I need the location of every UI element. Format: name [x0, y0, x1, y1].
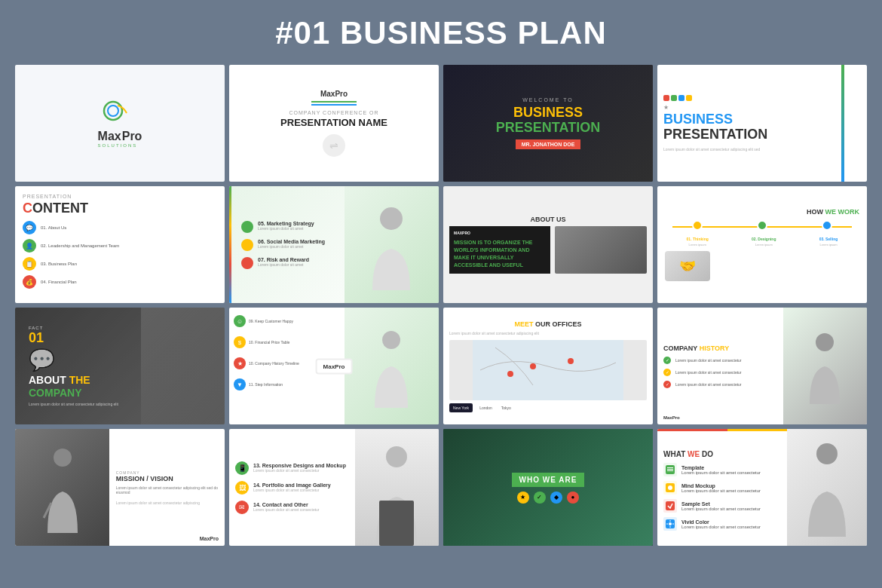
- slide14-title-2: 14. Portfolio and Image Gallery: [253, 482, 331, 488]
- svg-point-3: [382, 331, 400, 349]
- slide13-logo: MaxPro: [200, 536, 219, 541]
- slide5-items: 💬 01. About Us 👤 02. Leadership and Mana…: [23, 221, 217, 289]
- slide13-logo-text: MaxPro: [200, 536, 219, 541]
- slide11-offices: OUR OFFICES: [535, 320, 582, 328]
- slide9-chat-icon: 💬: [29, 348, 211, 372]
- slide10-item-3: ★ 10. Company History Timeline: [234, 357, 299, 369]
- slide5-item-4: 💰 04. Financial Plan: [23, 275, 217, 289]
- svg-point-1: [108, 106, 118, 116]
- slide16-do: DO: [702, 450, 713, 458]
- svg-point-5: [530, 363, 536, 369]
- slide8-step1-label: 01. Thinking: [687, 237, 709, 241]
- slide4-dot-yellow: [686, 95, 692, 101]
- slide11-location-list: New York London Tokyo: [449, 403, 647, 412]
- slide-5: PRESENTATION CONTENT 💬 01. About Us 👤 02…: [15, 186, 225, 303]
- slide16-we: WE: [688, 450, 702, 458]
- slide6-person-svg: [369, 200, 414, 290]
- slide5-text-1: 01. About Us: [41, 225, 66, 230]
- slide-12: COMPANY HISTORY ✓ Lorem ipsum dolor sit …: [657, 308, 867, 424]
- slide7-photo: [555, 226, 647, 273]
- slide7-logo-in: MaxPro: [454, 231, 546, 236]
- slide7-content: MaxPro MISSION IS TO ORGANIZE THE WORLD'…: [449, 226, 647, 273]
- slide8-dot-3: [822, 220, 832, 231]
- slide4-biz-text: BUSINESS PRESENTATION: [663, 112, 846, 142]
- slide14-sub-2: Lorem ipsum dolor sit amet consectetur: [253, 488, 331, 492]
- slide6-icon-1: [241, 221, 253, 233]
- svg-point-7: [507, 371, 513, 377]
- slide14-text-group-1: 13. Responsive Designs and Mockup Lorem …: [253, 463, 346, 473]
- slide4-dots: [663, 95, 846, 101]
- slide16-title-4: Vivid Color: [681, 519, 761, 525]
- slide8-step-3: 03. Selling Lorem ipsum: [819, 237, 838, 247]
- slide4-accent-bar: [841, 65, 844, 182]
- slide16-bar-red: [657, 429, 727, 431]
- slide4-dot-blue: [678, 95, 684, 101]
- slide16-icon-2: [663, 481, 677, 495]
- slide6-title-3: 07. Risk and Reward: [258, 257, 309, 262]
- slide16-title-2: Mind Mockup: [681, 483, 761, 488]
- slide15-icon-1: ★: [517, 492, 529, 504]
- slide3-title: BUSINESS PRESENTATION: [496, 106, 600, 136]
- slide-14: 📱 13. Responsive Designs and Mockup Lore…: [229, 429, 439, 546]
- slide13-desc: Lorem ipsum dolor sit amet consectetur a…: [116, 485, 219, 495]
- slide16-text-group-1: Template Lorem ipsum dolor sit amet cons…: [681, 465, 761, 475]
- slide14-icon-2: 🖼: [235, 481, 249, 495]
- slide10-item-1: ☺ 09. Keep Customer Happy: [234, 315, 299, 327]
- slide10-person-svg: [369, 325, 414, 408]
- slide14-sub-1: Lorem ipsum dolor sit amet consectetur: [253, 468, 346, 473]
- slide10-text-1: 09. Keep Customer Happy: [249, 319, 293, 323]
- slide8-step3-label: 03. Selling: [819, 237, 838, 241]
- slide10-logo: MaxPro: [316, 358, 353, 374]
- slide10-item-4: ▼ 11. Step Information: [234, 378, 299, 390]
- slide-9: FACT 01 💬 ABOUT THE COMPANY Lorem ipsum …: [15, 308, 225, 424]
- svg-rect-18: [666, 501, 675, 510]
- slide16-photo: [787, 429, 867, 546]
- slide15-icons-row: ★ ✓ ◆ ●: [512, 492, 585, 504]
- slide12-title: COMPANY HISTORY: [663, 345, 729, 352]
- slide10-item-2: $ 10. Financial Price Table: [234, 336, 299, 348]
- slide12-check-1: ✓: [663, 357, 671, 364]
- slide11-location-2: London: [477, 403, 495, 412]
- slide5-item-3: 📋 03. Business Plan: [23, 257, 217, 271]
- svg-rect-15: [667, 470, 673, 471]
- slide8-steps: 01. Thinking Lorem ipsum 02. Designing L…: [665, 237, 859, 247]
- slide5-prefix: PRESENTATION: [23, 194, 72, 199]
- svg-rect-4: [473, 340, 623, 400]
- maxpro-logo-icon: [98, 100, 136, 130]
- slide11-location-3: Tokyo: [499, 403, 513, 412]
- svg-rect-14: [667, 469, 673, 470]
- slide-16: WHAT WE DO Template: [657, 429, 867, 546]
- slide5-item-2: 👤 02. Leadership and Management Team: [23, 239, 217, 253]
- slide4-dot-red: [663, 95, 669, 101]
- slide8-step-1: 01. Thinking Lorem ipsum: [687, 237, 709, 247]
- slide12-photo: [783, 308, 867, 424]
- slide8-step2-label: 02. Designing: [752, 237, 776, 241]
- slide4-desc: Lorem ipsum dolor sit amet consectetur a…: [663, 147, 846, 152]
- slide16-svg-1: [666, 465, 675, 474]
- slide6-side-line: [229, 186, 231, 303]
- slide16-icon-1: [663, 463, 677, 476]
- slide16-title-3: Sample Set: [681, 501, 761, 507]
- slide16-person-svg: [804, 439, 850, 537]
- slide11-map-svg: [449, 340, 647, 400]
- slide15-who-box: WHO WE ARE: [512, 473, 585, 487]
- slide10-text-4: 11. Step Information: [249, 382, 283, 387]
- slide16-what: WHAT: [663, 450, 688, 458]
- slide5-title: CONTENT: [23, 201, 88, 216]
- slide2-blue-line: [311, 104, 357, 106]
- slide5-icon-3: 📋: [23, 257, 36, 271]
- slide-8: HOW WE WORK 01. Thinking Lorem ipsum 02.…: [657, 186, 867, 303]
- slide16-svg-4: [666, 519, 675, 528]
- slide-15: WHO WE ARE ★ ✓ ◆ ●: [443, 429, 653, 546]
- svg-point-9: [54, 449, 72, 467]
- slide8-handshake-icon: 🤝: [679, 258, 696, 274]
- slide-10: MaxPro ☺ 09. Keep Customer Happy $ 10. F…: [229, 308, 439, 424]
- slide6-item-text-2: 06. Social Media Marketing Lorem ipsum d…: [258, 239, 325, 249]
- slide6-icon-2: [241, 239, 253, 251]
- slide8-step2-desc: Lorem ipsum: [752, 243, 776, 247]
- slide8-dot-1: [692, 220, 703, 231]
- slides-grid: Max Pro SOLUTIONS MaxPro COMPANY CONFERE…: [15, 65, 867, 546]
- slide3-presenter: MR. JONATHON DOE: [522, 142, 575, 147]
- slide6-sub-2: Lorem ipsum dolor sit amet: [258, 244, 325, 249]
- slide10-text-3: 10. Company History Timeline: [249, 361, 299, 366]
